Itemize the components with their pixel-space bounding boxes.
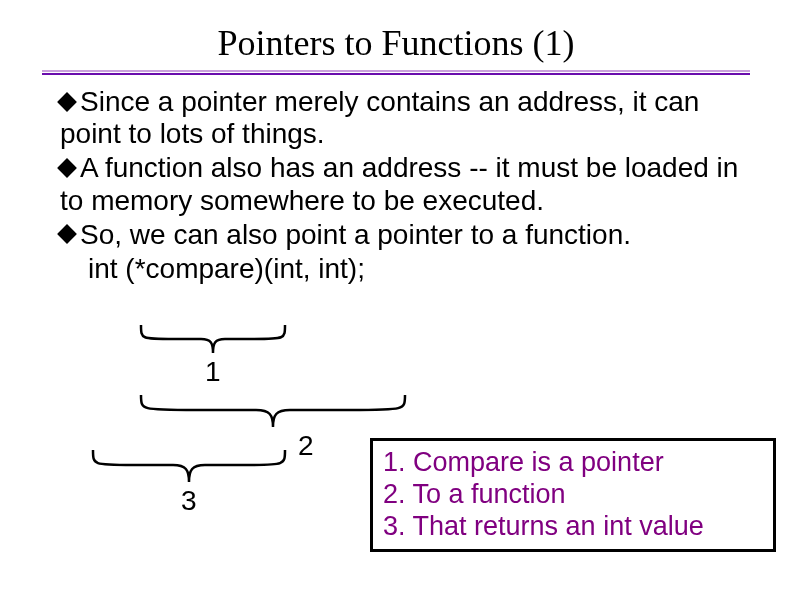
diamond-icon xyxy=(57,224,77,244)
bullet-3-text: So, we can also point a pointer to a fun… xyxy=(80,219,631,250)
legend-box: 1. Compare is a pointer 2. To a function… xyxy=(370,438,776,552)
label-3: 3 xyxy=(181,485,197,517)
bullet-1-text: Since a pointer merely contains an addre… xyxy=(60,86,699,149)
label-2: 2 xyxy=(298,430,314,462)
slide: Pointers to Functions (1) Since a pointe… xyxy=(0,0,792,612)
diamond-icon xyxy=(57,92,77,112)
diamond-icon xyxy=(57,158,77,178)
page-title: Pointers to Functions (1) xyxy=(0,22,792,64)
legend-line-1: 1. Compare is a pointer xyxy=(383,447,763,479)
legend-line-2: 2. To a function xyxy=(383,479,763,511)
body-text: Since a pointer merely contains an addre… xyxy=(60,86,760,285)
code-line: int (*compare)(int, int); xyxy=(60,253,760,285)
legend-line-3: 3. That returns an int value xyxy=(383,511,763,543)
title-underline xyxy=(42,70,750,76)
label-1: 1 xyxy=(205,356,221,388)
bullet-3: So, we can also point a pointer to a fun… xyxy=(60,219,760,251)
bullet-2: A function also has an address -- it mus… xyxy=(60,152,760,216)
bullet-1: Since a pointer merely contains an addre… xyxy=(60,86,760,150)
brace-2 xyxy=(136,395,410,439)
bullet-2-text: A function also has an address -- it mus… xyxy=(60,152,738,215)
